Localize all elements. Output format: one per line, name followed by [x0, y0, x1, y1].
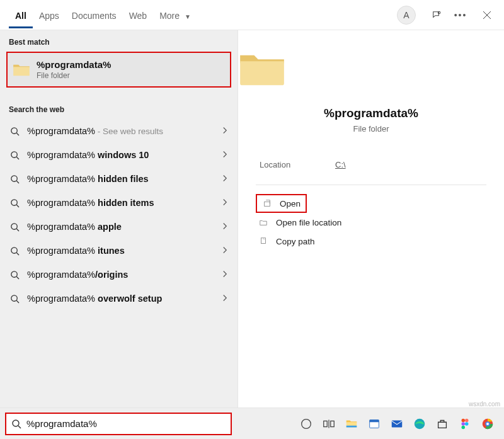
cortana-icon[interactable]: [297, 414, 316, 433]
search-icon: [10, 151, 20, 160]
tab-more-label: More: [159, 11, 180, 21]
preview-location-row: Location C:\: [238, 160, 504, 169]
action-open-location-label: Open file location: [276, 218, 341, 227]
web-result-item[interactable]: %programdata% hidden items: [0, 191, 238, 215]
taskbar: %programdata%: [0, 408, 504, 439]
open-icon: [260, 199, 275, 208]
best-match-item[interactable]: %programdata% File folder: [6, 52, 231, 88]
search-icon: [10, 174, 20, 184]
tab-documents[interactable]: Documents: [66, 2, 123, 28]
svg-rect-27: [346, 425, 357, 427]
svg-point-39: [486, 422, 489, 425]
chevron-right-icon: [222, 222, 229, 232]
task-view-icon[interactable]: [319, 414, 338, 433]
location-value[interactable]: C:\: [335, 160, 346, 169]
chevron-right-icon: [222, 246, 229, 256]
web-result-item[interactable]: %programdata% hidden files: [0, 167, 238, 191]
file-explorer-icon[interactable]: [342, 414, 361, 433]
chevron-right-icon: [222, 270, 229, 280]
location-label: Location: [260, 160, 335, 169]
svg-point-11: [11, 223, 17, 229]
divider: [256, 185, 486, 185]
svg-line-8: [16, 181, 19, 183]
svg-point-32: [462, 418, 466, 422]
action-copy-path[interactable]: Copy path: [256, 232, 486, 251]
web-results-list: %programdata% - See web results%programd…: [0, 119, 238, 311]
svg-point-7: [11, 175, 17, 181]
search-input[interactable]: %programdata%: [5, 413, 232, 435]
search-web-label: Search the web: [0, 98, 238, 119]
copy-icon: [256, 237, 271, 246]
search-window: All Apps Documents Web More ▼ A ••• Best…: [0, 0, 504, 439]
results-panel: Best match %programdata% File folder Sea…: [0, 30, 238, 408]
web-result-item[interactable]: %programdata% itunes: [0, 239, 238, 263]
feedback-icon[interactable]: [428, 10, 445, 20]
web-result-item[interactable]: %programdata% overwolf setup: [0, 287, 238, 311]
web-result-item[interactable]: %programdata%/origins: [0, 263, 238, 287]
search-icon: [10, 294, 20, 304]
main-area: Best match %programdata% File folder Sea…: [0, 30, 504, 408]
svg-line-12: [16, 229, 19, 231]
svg-point-23: [302, 419, 311, 428]
folder-icon: [13, 62, 30, 78]
best-match-subtitle: File folder: [37, 71, 111, 80]
store-icon[interactable]: [433, 414, 452, 433]
svg-rect-25: [331, 421, 335, 426]
svg-line-14: [16, 253, 19, 255]
svg-point-9: [11, 199, 17, 205]
svg-point-15: [11, 271, 17, 277]
svg-point-17: [11, 295, 17, 300]
svg-rect-24: [324, 421, 328, 426]
preview-panel: %programdata% File folder Location C:\ O…: [238, 30, 504, 408]
folder-icon-large: [238, 45, 286, 93]
web-result-text: %programdata% hidden items: [27, 198, 222, 208]
web-result-text: %programdata%/origins: [27, 270, 222, 280]
chrome-icon[interactable]: [478, 414, 497, 433]
app-icon-blue[interactable]: [365, 414, 384, 433]
chevron-right-icon: [222, 174, 229, 184]
web-result-text: %programdata% windows 10: [27, 150, 222, 160]
tab-all[interactable]: All: [9, 2, 33, 28]
tab-more[interactable]: More ▼: [153, 2, 197, 28]
search-icon: [10, 246, 20, 256]
preview-subtitle: File folder: [238, 124, 504, 134]
svg-point-34: [462, 422, 466, 426]
user-avatar[interactable]: A: [397, 6, 416, 25]
web-result-text: %programdata% hidden files: [27, 174, 222, 184]
svg-line-6: [16, 157, 19, 159]
watermark: wsxdn.com: [469, 401, 500, 408]
edge-icon[interactable]: [410, 414, 429, 433]
preview-actions: Open Open file location Copy path: [238, 194, 504, 251]
chevron-right-icon: [222, 294, 229, 304]
action-open-file-location[interactable]: Open file location: [256, 213, 486, 232]
svg-point-35: [465, 422, 469, 426]
best-match-label: Best match: [0, 30, 238, 52]
tab-web[interactable]: Web: [123, 2, 154, 28]
chevron-right-icon: [222, 126, 229, 136]
svg-point-13: [11, 247, 17, 253]
mail-icon[interactable]: [387, 414, 406, 433]
more-options-icon[interactable]: •••: [452, 10, 469, 20]
preview-title: %programdata%: [238, 106, 504, 120]
web-result-text: %programdata% apple: [27, 222, 222, 232]
folder-open-icon: [256, 218, 271, 227]
svg-rect-19: [265, 202, 270, 206]
svg-point-3: [11, 127, 17, 133]
close-icon[interactable]: [479, 10, 495, 20]
chevron-right-icon: [222, 198, 229, 208]
search-input-value: %programdata%: [26, 418, 97, 429]
search-icon: [10, 222, 20, 232]
tab-apps[interactable]: Apps: [33, 2, 66, 28]
action-open[interactable]: Open: [256, 194, 307, 213]
web-result-item[interactable]: %programdata% windows 10: [0, 143, 238, 167]
web-result-text: %programdata% - See web results: [27, 126, 222, 136]
svg-point-33: [465, 418, 469, 422]
svg-rect-29: [370, 419, 379, 422]
svg-point-36: [462, 425, 466, 429]
web-result-item[interactable]: %programdata% apple: [0, 215, 238, 239]
web-result-item[interactable]: %programdata% - See web results: [0, 119, 238, 143]
chevron-down-icon: ▼: [185, 13, 191, 20]
svg-line-4: [16, 133, 19, 135]
figma-icon[interactable]: [455, 414, 474, 433]
svg-point-0: [438, 11, 440, 13]
